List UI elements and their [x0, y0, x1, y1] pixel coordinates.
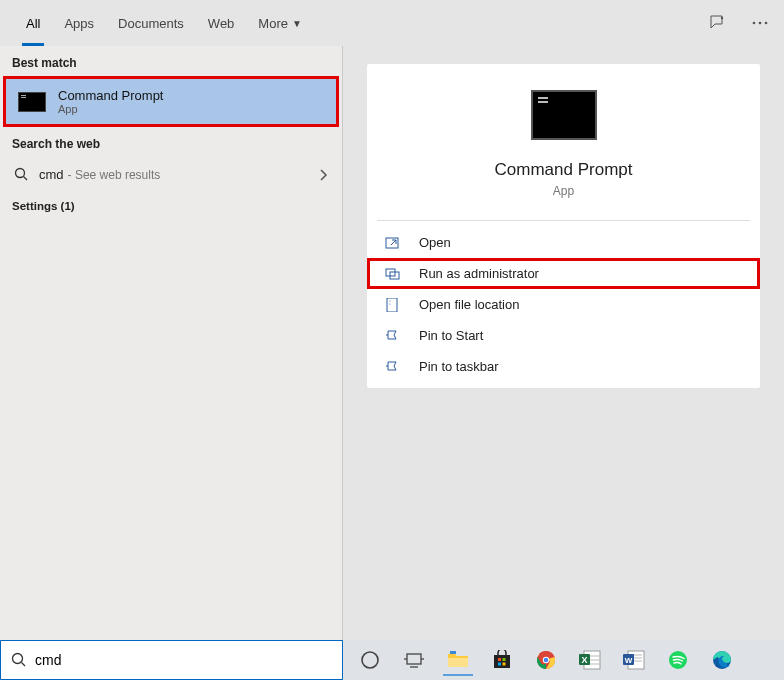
svg-rect-23 — [498, 658, 501, 661]
folder-icon — [385, 298, 409, 312]
section-best-match-label: Best match — [0, 46, 342, 76]
chevron-down-icon: ▼ — [292, 18, 302, 29]
svg-rect-20 — [448, 658, 468, 667]
section-search-web-label: Search the web — [0, 127, 342, 157]
svg-rect-25 — [498, 663, 501, 666]
taskbar: X W — [343, 640, 784, 680]
svg-point-29 — [544, 658, 549, 663]
command-prompt-icon — [18, 92, 46, 112]
action-open-location[interactable]: Open file location — [367, 289, 760, 320]
svg-rect-24 — [503, 658, 506, 661]
search-box[interactable] — [0, 640, 343, 680]
preview-title: Command Prompt — [367, 160, 760, 180]
taskbar-file-explorer[interactable] — [439, 644, 477, 676]
pin-icon — [385, 329, 409, 343]
command-prompt-icon — [531, 90, 597, 140]
svg-line-5 — [24, 177, 28, 181]
details-pane: Command Prompt App Open Run as administr… — [343, 46, 784, 640]
svg-line-7 — [391, 240, 396, 245]
more-options-icon[interactable] — [748, 11, 772, 35]
action-label: Pin to taskbar — [419, 359, 499, 374]
tab-documents[interactable]: Documents — [106, 0, 196, 46]
taskbar-spotify[interactable] — [659, 644, 697, 676]
action-label: Run as administrator — [419, 266, 539, 281]
search-icon — [14, 167, 29, 182]
pin-icon — [385, 360, 409, 374]
web-result-item[interactable]: cmd - See web results — [0, 157, 342, 192]
svg-point-15 — [362, 652, 378, 668]
best-match-title: Command Prompt — [58, 88, 163, 103]
tab-apps[interactable]: Apps — [52, 0, 106, 46]
action-label: Open file location — [419, 297, 519, 312]
svg-rect-21 — [450, 651, 456, 654]
taskbar-chrome[interactable] — [527, 644, 565, 676]
feedback-icon[interactable] — [706, 11, 730, 35]
taskbar-word[interactable]: W — [615, 644, 653, 676]
tab-label: Web — [208, 16, 235, 31]
action-label: Open — [419, 235, 451, 250]
svg-text:W: W — [625, 656, 633, 665]
action-open[interactable]: Open — [367, 227, 760, 258]
search-icon — [11, 652, 27, 668]
action-label: Pin to Start — [419, 328, 483, 343]
web-term: cmd — [39, 167, 64, 182]
tab-label: Documents — [118, 16, 184, 31]
section-settings-label: Settings (1) — [0, 192, 342, 216]
chevron-right-icon — [320, 169, 328, 181]
svg-point-11 — [390, 300, 391, 301]
taskbar-store[interactable] — [483, 644, 521, 676]
tab-web[interactable]: Web — [196, 0, 247, 46]
action-list: Open Run as administrator Open file loca… — [367, 221, 760, 388]
results-pane: Best match Command Prompt App Search the… — [0, 46, 343, 640]
svg-rect-22 — [494, 655, 510, 668]
action-pin-start[interactable]: Pin to Start — [367, 320, 760, 351]
taskbar-edge[interactable] — [703, 644, 741, 676]
svg-rect-10 — [387, 298, 397, 312]
svg-rect-16 — [407, 654, 421, 664]
tab-label: Apps — [64, 16, 94, 31]
tab-more[interactable]: More▼ — [246, 0, 314, 46]
search-input[interactable] — [35, 652, 332, 668]
svg-point-2 — [759, 22, 762, 25]
svg-point-0 — [721, 17, 723, 19]
svg-rect-26 — [503, 663, 506, 666]
action-run-as-admin[interactable]: Run as administrator — [367, 258, 760, 289]
taskbar-taskview[interactable] — [395, 644, 433, 676]
open-icon — [385, 236, 409, 250]
web-hint: - See web results — [68, 168, 161, 182]
svg-point-13 — [13, 654, 23, 664]
taskbar-excel[interactable]: X — [571, 644, 609, 676]
svg-line-14 — [22, 663, 26, 667]
svg-point-1 — [753, 22, 756, 25]
preview-subtitle: App — [367, 184, 760, 220]
svg-text:X: X — [581, 655, 587, 665]
admin-icon — [385, 267, 409, 281]
svg-point-12 — [390, 303, 391, 304]
action-pin-taskbar[interactable]: Pin to taskbar — [367, 351, 760, 382]
tab-all[interactable]: All — [14, 0, 52, 46]
tab-label: More — [258, 16, 288, 31]
preview-card: Command Prompt App Open Run as administr… — [367, 64, 760, 388]
best-match-subtitle: App — [58, 103, 163, 115]
tab-label: All — [26, 16, 40, 31]
best-match-item[interactable]: Command Prompt App — [3, 76, 339, 127]
taskbar-cortana[interactable] — [351, 644, 389, 676]
svg-point-4 — [16, 169, 25, 178]
svg-point-3 — [765, 22, 768, 25]
search-filter-tabs: All Apps Documents Web More▼ — [0, 0, 784, 46]
